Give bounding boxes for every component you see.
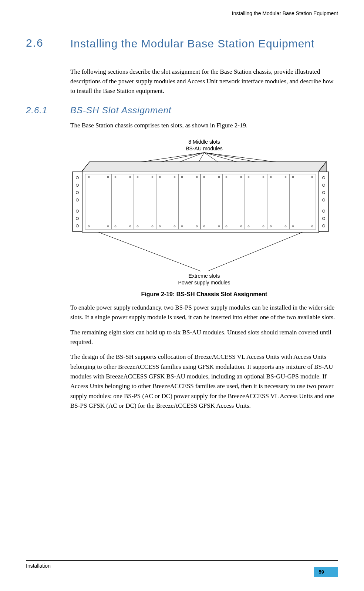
svg-rect-19 [319, 172, 328, 231]
figure-top-label-1: 8 Middle slots [188, 139, 220, 145]
subsection-title: BS-SH Slot Assignment [70, 105, 172, 116]
paragraph: The Base Station chassis comprises ten s… [70, 121, 338, 130]
figure-top-label-2: BS-AU modules [186, 146, 223, 151]
svg-line-78 [208, 232, 303, 271]
running-title: Installing the Modular Base Station Equi… [232, 10, 338, 16]
page-footer: Installation 59 [26, 560, 338, 577]
svg-marker-8 [82, 162, 326, 171]
footer-rule [272, 563, 338, 563]
figure-caption: Figure 2-19: BS-SH Chassis Slot Assignme… [70, 291, 338, 298]
paragraph: The design of the BS-SH supports colloca… [70, 352, 338, 411]
chassis-diagram: 8 Middle slots BS-AU modules [71, 138, 337, 286]
paragraph: The remaining eight slots can hold up to… [70, 328, 338, 347]
footer-right: 59 [272, 563, 338, 577]
svg-line-77 [98, 232, 200, 271]
running-header: Installing the Modular Base Station Equi… [26, 0, 338, 18]
figure-bottom-label-2: Power supply modules [178, 280, 230, 286]
section-intro: The following sections describe the slot… [70, 67, 338, 96]
section-number: 2.6 [26, 37, 59, 51]
figure-container: 8 Middle slots BS-AU modules [70, 138, 338, 298]
subsection-heading: 2.6.1 BS-SH Slot Assignment [26, 105, 338, 116]
section-heading: 2.6 Installing the Modular Base Station … [26, 37, 338, 51]
subsection-number: 2.6.1 [26, 105, 59, 116]
paragraph: To enable power supply redundancy, two B… [70, 303, 338, 323]
footer-chapter: Installation [26, 563, 51, 569]
svg-rect-11 [73, 172, 82, 231]
section-title: Installing the Modular Base Station Equi… [70, 37, 314, 51]
page-number: 59 [314, 567, 338, 577]
figure-bottom-label-1: Extreme slots [189, 273, 220, 279]
